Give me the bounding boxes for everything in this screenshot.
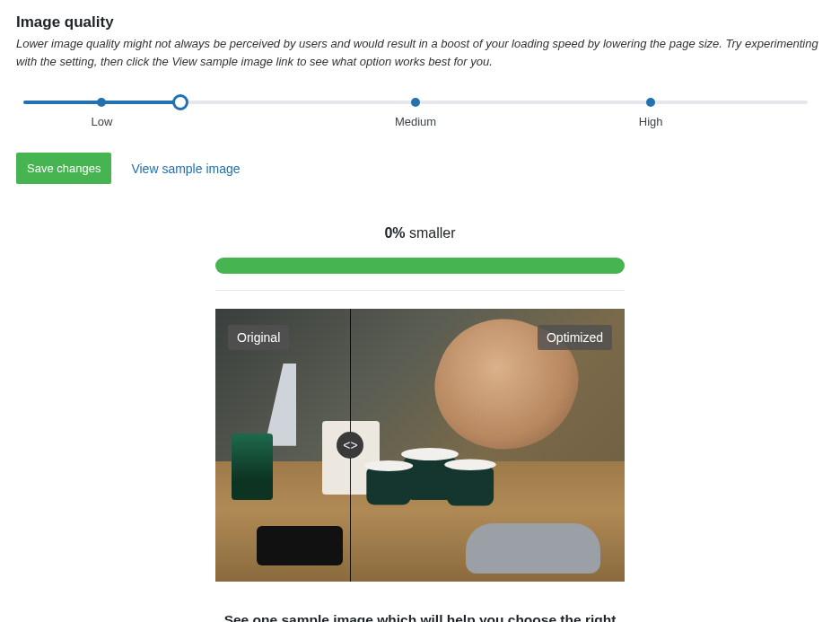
original-badge: Original — [228, 325, 289, 350]
slider-step-medium[interactable] — [411, 98, 420, 107]
compression-percent: 0% — [384, 225, 405, 241]
divider — [215, 290, 625, 291]
slider-step-high[interactable] — [646, 98, 655, 107]
image-compare[interactable]: Original Optimized <> — [215, 309, 625, 582]
quality-slider[interactable]: Low Medium High — [23, 95, 808, 144]
compression-bar — [215, 258, 625, 274]
optimized-badge: Optimized — [538, 325, 612, 350]
image-quality-heading: Image quality — [16, 13, 824, 31]
smaller-word: smaller — [406, 225, 456, 241]
view-sample-image-link[interactable]: View sample image — [131, 162, 240, 176]
slider-step-low[interactable] — [97, 98, 106, 107]
slider-label-medium: Medium — [395, 115, 436, 128]
save-changes-button[interactable]: Save changes — [16, 153, 111, 184]
slider-label-high: High — [639, 115, 663, 128]
compare-drag-handle[interactable]: <> — [337, 432, 363, 459]
arrows-horizontal-icon: <> — [343, 438, 357, 452]
compression-result-text: 0% smaller — [215, 225, 625, 241]
sample-caption: See one sample image which will help you… — [215, 612, 625, 622]
slider-handle[interactable] — [172, 94, 188, 110]
slider-label-low: Low — [91, 115, 112, 128]
image-quality-description: Lower image quality might not always be … — [16, 35, 824, 70]
